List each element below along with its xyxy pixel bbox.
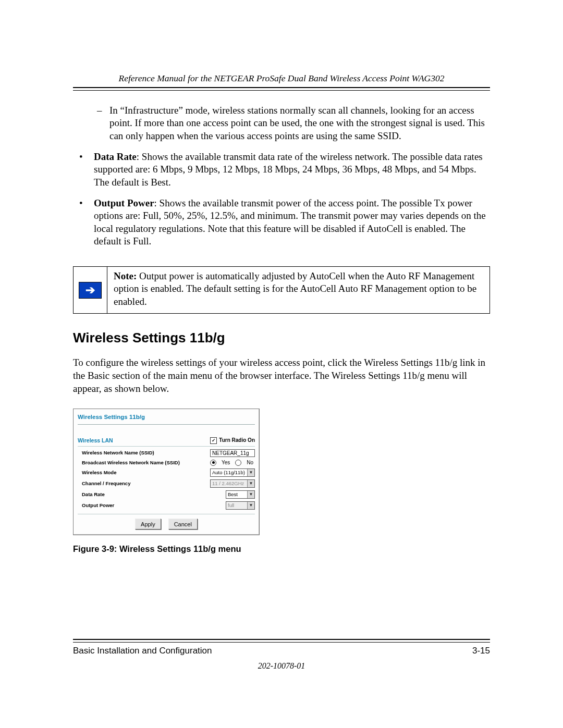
running-header: Reference Manual for the NETGEAR ProSafe… [73, 73, 490, 84]
bullet-list: Data Rate: Shows the available transmit … [73, 151, 490, 248]
broadcast-no-radio[interactable] [235, 460, 241, 466]
cancel-button[interactable]: Cancel [168, 519, 198, 529]
dash-list: In “Infrastructure” mode, wireless stati… [73, 104, 490, 142]
broadcast-no-label: No [247, 460, 253, 466]
bullet-data-rate-label: Data Rate [94, 151, 137, 162]
footer-rule-thin [73, 642, 490, 643]
header-rule-thin [73, 90, 490, 91]
broadcast-label: Broadcast Wireless Network Name (SSID) [78, 460, 180, 466]
bullet-data-rate: Data Rate: Shows the available transmit … [73, 151, 490, 189]
broadcast-yes-label: Yes [222, 460, 230, 466]
row-broadcast: Broadcast Wireless Network Name (SSID) Y… [78, 460, 255, 466]
chevron-down-icon: ▼ [247, 502, 254, 509]
power-dropdown: full ▼ [226, 501, 255, 510]
note-text: Note: Output power is automatically adju… [107, 267, 489, 313]
mode-dropdown[interactable]: Auto (11g/11b) ▼ [210, 468, 255, 477]
row-mode: Wireless Mode Auto (11g/11b) ▼ [78, 468, 255, 477]
broadcast-yes-radio[interactable] [210, 460, 216, 466]
turn-radio-group: ✓ Turn Radio On [210, 437, 255, 444]
rate-dropdown[interactable]: Best ▼ [226, 490, 255, 499]
row-power: Output Power full ▼ [78, 501, 255, 510]
rate-value: Best [228, 491, 238, 498]
turn-radio-label: Turn Radio On [219, 437, 255, 444]
panel-subtitle: Wireless LAN [78, 437, 113, 444]
chevron-down-icon: ▼ [247, 491, 254, 498]
ssid-input[interactable] [210, 449, 255, 457]
row-channel: Channel / Frequency 11 / 2.462GHz ▼ [78, 479, 255, 488]
panel-title: Wireless Settings 11b/g [78, 412, 255, 425]
document-number: 202-10078-01 [73, 661, 490, 671]
body-content: In “Infrastructure” mode, wireless stati… [73, 104, 490, 554]
chevron-down-icon: ▼ [247, 480, 254, 487]
broadcast-radio-group: Yes No [210, 460, 255, 466]
note-icon-cell: ➔ [74, 267, 107, 313]
power-label: Output Power [78, 502, 114, 509]
intro-paragraph: To configure the wireless settings of yo… [73, 356, 490, 395]
arrow-glyph: ➔ [85, 285, 95, 296]
mode-value: Auto (11g/11b) [212, 470, 245, 476]
footer-row: Basic Installation and Configuration 3-1… [73, 646, 490, 656]
footer-rule-thick [73, 639, 490, 640]
arrow-right-icon: ➔ [79, 282, 102, 299]
panel-subtitle-row: Wireless LAN ✓ Turn Radio On [78, 437, 255, 446]
channel-label: Channel / Frequency [78, 480, 130, 487]
bullet-data-rate-text: : Shows the available transmit data rate… [94, 151, 483, 188]
bullet-output-power: Output Power: Shows the available transm… [73, 197, 490, 248]
note-label: Note: [114, 270, 137, 281]
row-ssid: Wireless Network Name (SSID) [78, 449, 255, 457]
figure-caption: Figure 3-9: Wireless Settings 11b/g menu [73, 544, 490, 554]
apply-button[interactable]: Apply [135, 519, 161, 529]
section-title: Wireless Settings 11b/g [73, 329, 490, 347]
ssid-label: Wireless Network Name (SSID) [78, 450, 154, 456]
page-footer: Basic Installation and Configuration 3-1… [73, 639, 490, 671]
document-page: Reference Manual for the NETGEAR ProSafe… [0, 0, 563, 728]
mode-label: Wireless Mode [78, 470, 116, 476]
figure: Wireless Settings 11b/g Wireless LAN ✓ T… [73, 409, 490, 554]
bullet-output-label: Output Power [94, 198, 154, 208]
chevron-down-icon: ▼ [247, 469, 254, 476]
turn-radio-checkbox[interactable]: ✓ [210, 437, 217, 444]
row-rate: Data Rate Best ▼ [78, 490, 255, 499]
rate-label: Data Rate [78, 491, 105, 498]
panel-buttons: Apply Cancel [78, 514, 255, 529]
dash-item-infrastructure: In “Infrastructure” mode, wireless stati… [73, 104, 490, 142]
note-box: ➔ Note: Output power is automatically ad… [73, 266, 490, 314]
channel-value: 11 / 2.462GHz [212, 480, 244, 487]
header-rule-thick [73, 87, 490, 88]
channel-dropdown: 11 / 2.462GHz ▼ [210, 479, 255, 488]
power-value: full [228, 502, 234, 509]
footer-left: Basic Installation and Configuration [73, 646, 212, 656]
wireless-settings-panel: Wireless Settings 11b/g Wireless LAN ✓ T… [73, 409, 260, 535]
page-number: 3-15 [472, 646, 490, 656]
note-body: Output power is automatically adjusted b… [114, 270, 476, 307]
